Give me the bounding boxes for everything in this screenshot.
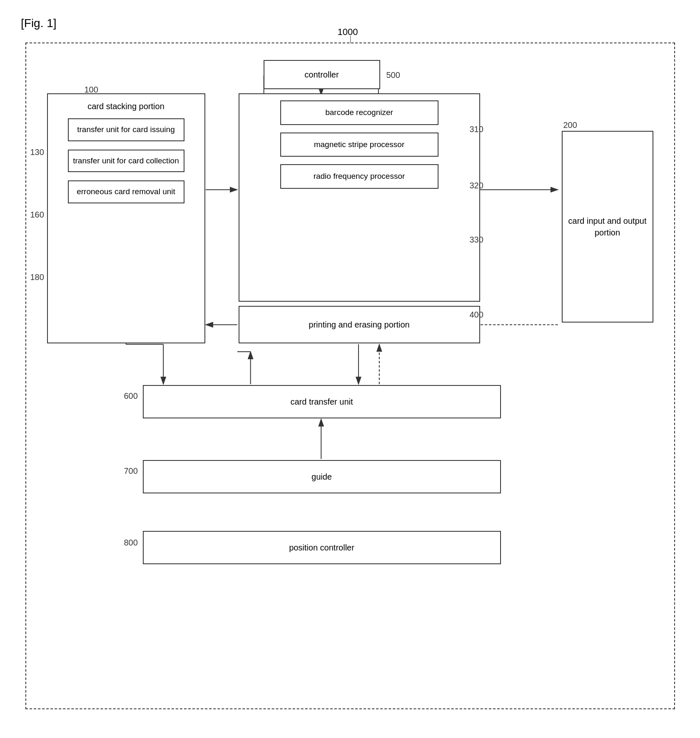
controller-label: controller	[304, 69, 339, 80]
radio-freq-box: radio frequency processor	[280, 164, 438, 189]
card-io-portion: card input and output portion	[562, 131, 653, 323]
ref-200: 200	[563, 120, 577, 130]
transfer-collection-label: transfer unit for card collection	[73, 156, 179, 165]
ref-800: 800	[124, 538, 138, 548]
guide-box: guide	[143, 460, 501, 493]
transfer-issuing-label: transfer unit for card issuing	[77, 125, 174, 134]
card-transfer-label: card transfer unit	[290, 396, 353, 408]
card-stacking-portion: card stacking portion transfer unit for …	[47, 93, 205, 343]
radio-freq-label: radio frequency processor	[314, 172, 405, 180]
ref-310: 310	[470, 125, 483, 134]
ref-100: 100	[85, 85, 98, 95]
card-transfer-unit: card transfer unit	[143, 385, 501, 418]
ref-400: 400	[470, 310, 483, 320]
ref-500: 500	[386, 70, 400, 80]
ref-180: 180	[30, 273, 44, 282]
outer-container: 1000	[25, 43, 675, 709]
magnetic-label: magnetic stripe processor	[314, 140, 405, 149]
ref-700: 700	[124, 466, 138, 476]
transfer-issuing-box: transfer unit for card issuing	[68, 118, 184, 141]
print-erase-label: printing and erasing portion	[309, 319, 409, 330]
erroneous-removal-label: erroneous card removal unit	[77, 187, 175, 196]
ref-1000: 1000	[338, 27, 358, 38]
ref-130: 130	[30, 148, 44, 157]
card-io-label: card input and output portion	[563, 215, 653, 238]
ref-600: 600	[124, 391, 138, 401]
magnetic-box: magnetic stripe processor	[280, 133, 438, 157]
transfer-collection-box: transfer unit for card collection	[68, 150, 184, 173]
ref-330: 330	[470, 235, 483, 245]
barcode-box: barcode recognizer	[280, 100, 438, 125]
card-stacking-title: card stacking portion	[87, 100, 164, 112]
position-controller-box: position controller	[143, 531, 501, 564]
guide-label: guide	[311, 471, 332, 483]
ref-160: 160	[30, 210, 44, 220]
diagram-area: controller 500 300 card stacking portion…	[47, 60, 653, 677]
print-erase-portion: printing and erasing portion	[239, 306, 480, 343]
barcode-label: barcode recognizer	[325, 108, 393, 117]
erroneous-removal-box: erroneous card removal unit	[68, 180, 184, 203]
position-controller-label: position controller	[289, 542, 354, 553]
processing-unit: barcode recognizer magnetic stripe proce…	[239, 93, 480, 302]
ref-320: 320	[470, 181, 483, 190]
controller-box: controller	[264, 60, 380, 89]
